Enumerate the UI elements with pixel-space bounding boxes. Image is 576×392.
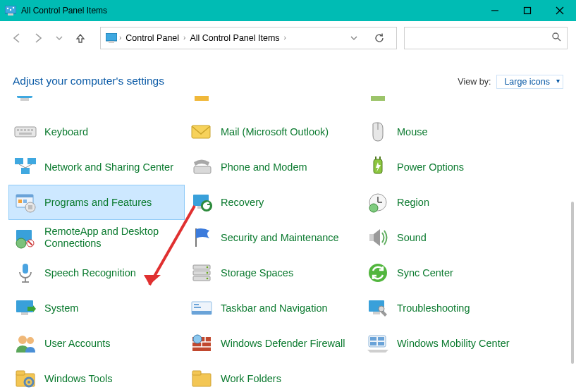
breadcrumb[interactable]: Control Panel	[123, 33, 182, 43]
item-label: Network and Sharing Center	[44, 161, 173, 173]
item-recovery[interactable]: Recovery	[185, 185, 361, 220]
svg-line-29	[19, 164, 25, 168]
item-label: Phone and Modem	[221, 161, 307, 173]
svg-rect-54	[369, 234, 374, 241]
svg-rect-21	[27, 129, 30, 131]
item-remoteapp[interactable]: RemoteApp and Desktop Connections	[8, 220, 185, 255]
item-label: Windows Mobility Center	[397, 338, 510, 350]
item-label	[397, 96, 400, 99]
svg-point-75	[27, 337, 34, 344]
item-power-options[interactable]: Power Options	[361, 149, 537, 185]
chevron-right-icon[interactable]: ›	[182, 34, 187, 42]
item-label: Sync Center	[397, 267, 453, 279]
search-icon[interactable]	[551, 32, 561, 44]
svg-rect-55	[23, 264, 28, 274]
view-by-dropdown[interactable]: Large icons	[496, 75, 563, 89]
forward-button[interactable]	[30, 30, 47, 47]
item-label: Power Options	[397, 161, 464, 173]
back-button[interactable]	[8, 30, 25, 47]
item-keyboard[interactable]: Keyboard	[8, 114, 185, 149]
svg-rect-28	[21, 168, 30, 174]
chevron-right-icon[interactable]: ›	[118, 34, 123, 42]
svg-point-73	[379, 306, 384, 312]
svg-point-62	[207, 272, 209, 274]
keyboard-icon	[13, 120, 37, 144]
item-region[interactable]: Region	[361, 185, 537, 220]
subheader: Adjust your computer's settings View by:…	[0, 55, 576, 96]
list-item[interactable]	[185, 96, 361, 111]
svg-rect-69	[194, 304, 199, 305]
item-phone-modem[interactable]: Phone and Modem	[185, 149, 361, 185]
power-icon	[366, 155, 390, 179]
speaker-icon	[366, 226, 390, 250]
svg-rect-27	[27, 158, 36, 164]
item-storage-spaces[interactable]: Storage Spaces	[185, 255, 361, 290]
svg-rect-22	[31, 129, 33, 131]
svg-rect-93	[192, 371, 201, 375]
item-label: Taskbar and Navigation	[221, 302, 328, 314]
item-programs-features[interactable]: Programs and Features	[8, 185, 185, 220]
svg-point-91	[27, 381, 30, 384]
address-dropdown-button[interactable]	[345, 30, 362, 47]
svg-point-50	[16, 238, 26, 248]
system-icon	[13, 296, 37, 320]
item-label: User Accounts	[44, 338, 111, 350]
svg-rect-26	[15, 158, 23, 164]
item-windows-tools[interactable]: Windows Tools	[8, 361, 185, 392]
programs-icon	[13, 190, 37, 214]
search-input[interactable]	[410, 33, 551, 43]
item-label: System	[44, 302, 78, 314]
svg-point-63	[207, 278, 209, 280]
svg-rect-84	[370, 337, 376, 341]
svg-rect-1	[8, 13, 13, 16]
svg-rect-18	[17, 129, 19, 131]
svg-rect-31	[194, 166, 211, 173]
item-network-sharing[interactable]: Network and Sharing Center	[8, 149, 185, 185]
remoteapp-icon	[13, 226, 37, 250]
item-sound[interactable]: Sound	[361, 220, 537, 255]
page-title: Adjust your computer's settings	[13, 75, 164, 87]
mobility-icon	[366, 331, 390, 355]
view-by-control: View by: Large icons	[458, 75, 563, 89]
item-mobility-center[interactable]: Windows Mobility Center	[361, 326, 537, 361]
item-label: Region	[397, 197, 429, 209]
svg-rect-10	[109, 41, 114, 43]
item-taskbar-navigation[interactable]: Taskbar and Navigation	[185, 290, 361, 326]
search-box[interactable]	[404, 27, 568, 49]
svg-rect-33	[375, 157, 376, 159]
item-troubleshooting[interactable]: Troubleshooting	[361, 290, 537, 326]
svg-rect-37	[18, 200, 22, 203]
item-mouse[interactable]: Mouse	[361, 114, 537, 149]
svg-rect-17	[15, 127, 36, 137]
svg-rect-36	[16, 195, 33, 197]
network-icon	[13, 155, 37, 179]
scrollbar[interactable]	[571, 202, 574, 364]
recovery-icon	[190, 190, 214, 214]
item-mail[interactable]: Mail (Microsoft Outlook)	[185, 114, 361, 149]
maximize-button[interactable]	[511, 0, 544, 21]
svg-point-74	[18, 336, 27, 344]
breadcrumb[interactable]: All Control Panel Items	[187, 33, 282, 43]
storage-icon	[190, 261, 214, 285]
item-speech-recognition[interactable]: Speech Recognition	[8, 255, 185, 290]
chevron-right-icon[interactable]: ›	[283, 34, 288, 42]
up-button[interactable]	[72, 30, 89, 47]
item-label: Windows Tools	[44, 373, 112, 385]
item-user-accounts[interactable]: User Accounts	[8, 326, 185, 361]
item-sync-center[interactable]: Sync Center	[361, 255, 537, 290]
list-item[interactable]	[8, 96, 185, 111]
svg-rect-24	[192, 125, 210, 138]
item-system[interactable]: System	[8, 290, 185, 326]
refresh-button[interactable]	[367, 32, 392, 43]
item-label: Keyboard	[44, 126, 88, 138]
item-security-maintenance[interactable]: Security and Maintenance	[185, 220, 361, 255]
item-defender-firewall[interactable]: Windows Defender Firewall	[185, 326, 361, 361]
address-bar[interactable]: › Control Panel › All Control Panel Item…	[100, 27, 397, 49]
minimize-button[interactable]	[479, 0, 511, 21]
recent-locations-button[interactable]	[51, 30, 68, 47]
list-item[interactable]	[361, 96, 537, 111]
svg-rect-66	[21, 312, 28, 315]
svg-rect-16	[371, 96, 385, 101]
close-button[interactable]	[544, 0, 576, 21]
item-work-folders[interactable]: Work Folders	[185, 361, 361, 392]
